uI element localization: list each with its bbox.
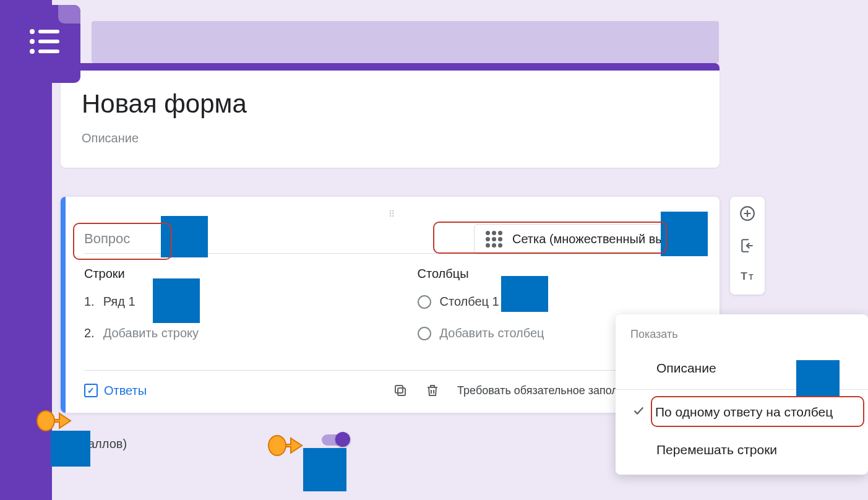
- delete-button[interactable]: [425, 383, 440, 398]
- redaction-block: [501, 276, 548, 312]
- top-toolbar-placeholder: [92, 21, 719, 63]
- svg-point-2: [30, 39, 35, 44]
- redaction-block: [796, 360, 840, 396]
- columns-heading: Столбцы: [418, 267, 702, 281]
- add-column-label: Добавить столбец: [440, 326, 544, 340]
- rows-heading: Строки: [84, 267, 368, 281]
- radio-icon: [418, 295, 431, 309]
- add-question-button[interactable]: [739, 205, 755, 224]
- points-suffix-text: аллов): [88, 437, 127, 451]
- row-item[interactable]: 1. Ряд 1: [84, 295, 368, 309]
- svg-rect-5: [38, 50, 59, 53]
- popup-option-limit[interactable]: По одному ответу на столбец: [616, 392, 868, 431]
- question-input[interactable]: [84, 225, 459, 254]
- grid-icon: [486, 231, 502, 248]
- import-questions-button[interactable]: [739, 238, 755, 254]
- answers-link[interactable]: ✓ Ответы: [84, 384, 147, 398]
- svg-rect-3: [38, 40, 59, 43]
- row-number: 1.: [84, 295, 95, 309]
- radio-icon: [418, 327, 431, 340]
- popup-desc-label: Описание: [656, 361, 716, 376]
- form-description[interactable]: Описание: [82, 131, 698, 145]
- svg-text:T: T: [741, 270, 747, 282]
- column-item[interactable]: Столбец 1: [418, 295, 702, 309]
- rows-section: Строки 1. Ряд 1 2. Добавить строку: [84, 267, 368, 358]
- pointer-hand-icon: [266, 427, 309, 462]
- redaction-block: [153, 278, 200, 323]
- popup-shuffle-label: Перемешать строки: [656, 442, 777, 457]
- svg-text:T: T: [749, 273, 754, 282]
- forms-logo: [9, 5, 80, 83]
- svg-point-11: [37, 411, 54, 431]
- popup-option-shuffle[interactable]: Перемешать строки: [616, 431, 868, 468]
- row-text[interactable]: Ряд 1: [103, 295, 135, 309]
- require-toggle[interactable]: [322, 434, 349, 446]
- svg-point-0: [30, 29, 35, 34]
- add-row-label: Добавить строку: [103, 326, 199, 340]
- column-text[interactable]: Столбец 1: [440, 295, 499, 309]
- question-footer: ✓ Ответы Требовать обязательное заполнен…: [84, 370, 701, 398]
- popup-header: Показать: [616, 325, 868, 350]
- check-icon: [630, 403, 647, 420]
- svg-point-4: [30, 49, 35, 54]
- answers-label: Ответы: [104, 384, 147, 398]
- redaction-block: [161, 216, 208, 257]
- side-toolbar: TT: [730, 197, 765, 295]
- pointer-hand-icon: [35, 402, 78, 437]
- add-row-button[interactable]: 2. Добавить строку: [84, 326, 368, 340]
- svg-point-12: [269, 436, 286, 455]
- svg-rect-7: [395, 386, 403, 393]
- add-title-button[interactable]: TT: [739, 267, 755, 286]
- row-number-2: 2.: [84, 326, 95, 340]
- svg-rect-6: [398, 388, 405, 395]
- popup-limit-label: По одному ответу на столбец: [655, 405, 833, 420]
- form-title[interactable]: Новая форма: [82, 89, 698, 119]
- list-icon: [27, 27, 62, 61]
- redaction-block: [303, 448, 346, 491]
- svg-rect-1: [38, 30, 59, 33]
- redaction-block: [661, 212, 708, 256]
- form-header-card[interactable]: Новая форма Описание: [61, 63, 720, 168]
- duplicate-button[interactable]: [393, 383, 408, 398]
- checkbox-checked-icon: ✓: [84, 384, 98, 397]
